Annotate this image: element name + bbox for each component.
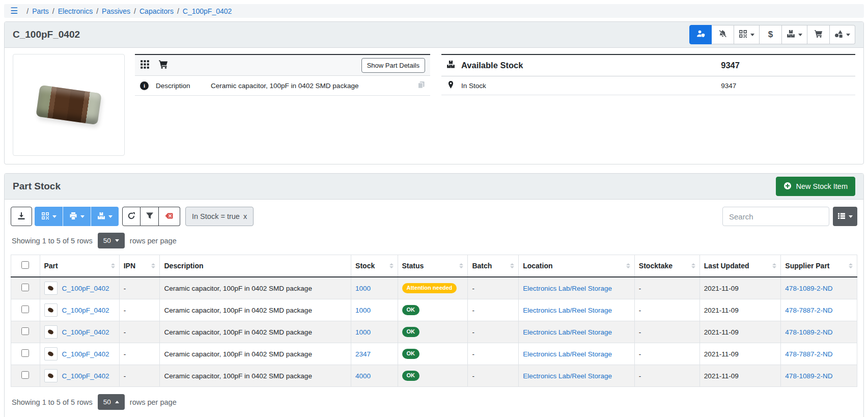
grid-icon xyxy=(140,60,150,71)
row-checkbox[interactable] xyxy=(21,371,29,379)
supplier-part-link[interactable]: 478-1089-2-ND xyxy=(785,372,832,380)
barcode-table-button[interactable] xyxy=(35,207,63,226)
row-checkbox[interactable] xyxy=(21,327,29,335)
stock-actions-button[interactable] xyxy=(782,25,807,44)
show-part-details-button[interactable]: Show Part Details xyxy=(361,58,425,73)
new-stock-item-label: New Stock Item xyxy=(796,182,848,190)
refresh-button[interactable] xyxy=(122,207,141,226)
last-updated-cell: 2021-11-09 xyxy=(699,299,781,321)
page-title: C_100pF_0402 xyxy=(13,29,80,40)
print-actions-button[interactable] xyxy=(63,207,91,226)
description-cell: Ceramic capacitor, 100pF in 0402 SMD pac… xyxy=(160,321,351,343)
location-link[interactable]: Electronics Lab/Reel Storage xyxy=(523,307,612,314)
column-header-ipn[interactable]: IPN xyxy=(119,255,160,277)
stock-table: Part IPN Description Stock Status Batch … xyxy=(11,255,857,387)
column-header-description[interactable]: Description xyxy=(160,255,351,277)
pagination-suffix-text: rows per page xyxy=(130,237,177,245)
column-label: Location xyxy=(523,262,552,270)
select-all-checkbox[interactable] xyxy=(21,261,29,269)
stocktake-cell: - xyxy=(634,343,699,365)
part-thumbnail xyxy=(44,282,58,295)
column-header-supplier-part[interactable]: Supplier Part xyxy=(781,255,857,277)
available-stock-total: 9347 xyxy=(721,61,850,70)
new-stock-item-button[interactable]: New Stock Item xyxy=(776,177,855,196)
page-size-dropdown[interactable]: 50 xyxy=(98,394,125,410)
stock-link[interactable]: 1000 xyxy=(355,307,371,314)
row-checkbox[interactable] xyxy=(21,349,29,357)
breadcrumb-item-passives[interactable]: Passives xyxy=(102,7,130,15)
stock-link[interactable]: 2347 xyxy=(355,350,371,358)
sort-icon xyxy=(456,263,463,269)
part-link[interactable]: C_100pF_0402 xyxy=(62,285,109,292)
last-updated-cell: 2021-11-09 xyxy=(699,277,781,299)
breadcrumb: ☰ / Parts / Electronics / Passives / Cap… xyxy=(4,4,864,18)
unsubscribe-button[interactable] xyxy=(712,25,734,44)
barcode-actions-button[interactable] xyxy=(734,25,760,44)
location-link[interactable]: Electronics Lab/Reel Storage xyxy=(523,328,612,336)
search-input[interactable] xyxy=(722,207,829,226)
page-size-value: 50 xyxy=(103,237,111,244)
admin-user-button[interactable] xyxy=(689,25,712,44)
pagination-showing-text: Showing 1 to 5 of 5 rows xyxy=(12,398,93,406)
stocktake-cell: - xyxy=(634,321,699,343)
batch-cell: - xyxy=(468,299,519,321)
breadcrumb-item-electronics[interactable]: Electronics xyxy=(58,7,93,15)
column-header-batch[interactable]: Batch xyxy=(468,255,519,277)
pagination-suffix-text: rows per page xyxy=(130,398,177,406)
part-link[interactable]: C_100pF_0402 xyxy=(62,350,109,358)
column-header-status[interactable]: Status xyxy=(398,255,468,277)
filter-icon xyxy=(146,212,154,221)
location-link[interactable]: Electronics Lab/Reel Storage xyxy=(523,372,612,380)
boxes-icon xyxy=(446,60,455,71)
row-checkbox[interactable] xyxy=(21,284,29,291)
breadcrumb-item-parts[interactable]: Parts xyxy=(32,7,49,15)
stock-link[interactable]: 1000 xyxy=(355,285,371,292)
column-header-part[interactable]: Part xyxy=(40,255,119,277)
last-updated-cell: 2021-11-09 xyxy=(699,321,781,343)
breadcrumb-item-current-part[interactable]: C_100pF_0402 xyxy=(183,7,232,15)
filter-chip-close-icon[interactable]: x xyxy=(243,212,247,220)
active-filter-chip[interactable]: In Stock = true x xyxy=(185,207,254,226)
pricing-button[interactable]: $ xyxy=(760,25,782,44)
part-options-button[interactable] xyxy=(830,25,855,44)
filter-button[interactable] xyxy=(141,207,159,226)
stock-options-button[interactable] xyxy=(91,207,119,226)
part-link[interactable]: C_100pF_0402 xyxy=(62,307,109,314)
table-row: C_100pF_0402 - Ceramic capacitor, 100pF … xyxy=(11,299,857,321)
download-button[interactable] xyxy=(11,207,32,226)
supplier-part-link[interactable]: 478-7887-2-ND xyxy=(785,307,832,314)
supplier-part-link[interactable]: 478-1089-2-ND xyxy=(785,328,832,336)
breadcrumb-item-capacitors[interactable]: Capacitors xyxy=(139,7,174,15)
remove-filters-button[interactable] xyxy=(159,207,180,226)
column-header-stock[interactable]: Stock xyxy=(351,255,398,277)
page: ☰ / Parts / Electronics / Passives / Cap… xyxy=(0,0,868,417)
column-header-last-updated[interactable]: Last Updated xyxy=(699,255,781,277)
column-header-location[interactable]: Location xyxy=(519,255,635,277)
order-actions-button[interactable] xyxy=(807,25,830,44)
column-select-button[interactable] xyxy=(833,207,857,226)
cart-icon xyxy=(158,60,168,71)
menu-icon[interactable]: ☰ xyxy=(10,7,18,15)
chevron-down-icon xyxy=(108,215,113,218)
location-link[interactable]: Electronics Lab/Reel Storage xyxy=(523,285,612,292)
chevron-down-icon xyxy=(80,215,85,218)
stocktake-cell: - xyxy=(634,365,699,387)
breadcrumb-separator: / xyxy=(177,7,179,15)
supplier-part-link[interactable]: 478-1089-2-ND xyxy=(785,285,832,292)
column-label: Status xyxy=(402,262,424,270)
batch-cell: - xyxy=(468,343,519,365)
supplier-part-link[interactable]: 478-7887-2-ND xyxy=(785,350,832,358)
select-all-header[interactable] xyxy=(11,255,40,277)
copy-icon[interactable] xyxy=(417,81,425,90)
location-link[interactable]: Electronics Lab/Reel Storage xyxy=(523,350,612,358)
row-checkbox[interactable] xyxy=(21,305,29,313)
stock-link[interactable]: 1000 xyxy=(355,328,371,336)
description-cell: Ceramic capacitor, 100pF in 0402 SMD pac… xyxy=(160,299,351,321)
part-link[interactable]: C_100pF_0402 xyxy=(62,328,109,336)
column-header-stocktake[interactable]: Stocktake xyxy=(634,255,699,277)
part-image[interactable] xyxy=(13,54,125,156)
stock-link[interactable]: 4000 xyxy=(355,372,371,380)
part-link[interactable]: C_100pF_0402 xyxy=(62,372,109,380)
page-size-dropdown[interactable]: 50 xyxy=(98,233,125,248)
sort-icon xyxy=(386,263,394,269)
